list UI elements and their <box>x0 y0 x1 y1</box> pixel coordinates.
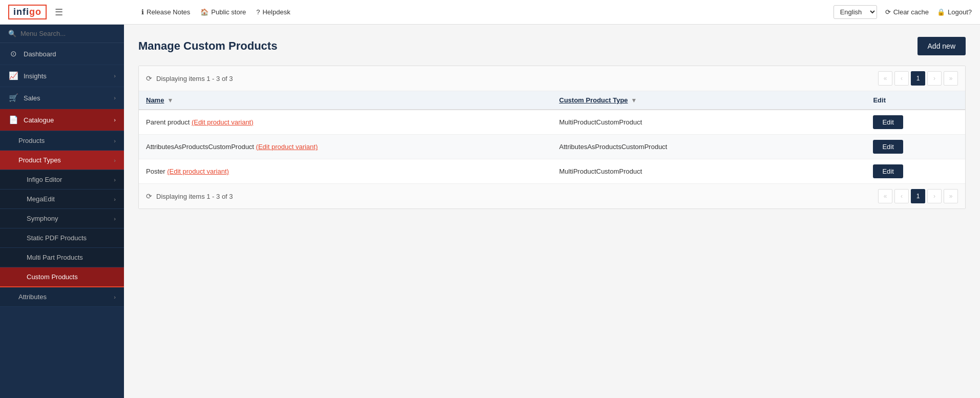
language-select[interactable]: English French German Spanish <box>833 5 877 19</box>
product-name-2: Poster <box>146 167 167 175</box>
sidebar-item-dashboard-label: Dashboard <box>24 50 56 58</box>
chevron-right-icon: › <box>114 216 116 222</box>
clear-cache-button[interactable]: ⟳ Clear cache <box>885 8 929 16</box>
sidebar-item-megaedit-label: MegaEdit <box>27 195 55 203</box>
sidebar-item-product-types[interactable]: Product Types › <box>0 151 124 170</box>
sidebar-item-symphony[interactable]: Symphony › <box>0 209 124 228</box>
sidebar-item-insights-label: Insights <box>24 72 47 80</box>
layout: 🔍 ⊙ Dashboard 📈 Insights › 🛒 Sales › <box>0 25 980 398</box>
page-last-button[interactable]: » <box>944 71 958 86</box>
chevron-right-icon: › <box>114 196 116 202</box>
sidebar-item-static-pdf[interactable]: Static PDF Products <box>0 228 124 248</box>
page-number-bottom-1[interactable]: 1 <box>911 189 925 203</box>
cell-name-1: AttributesAsProductsCustomProduct (Edit … <box>139 135 552 159</box>
table-bottom-info-bar: ⟳ Displaying items 1 - 3 of 3 « ‹ 1 › » <box>139 183 965 208</box>
product-name-0: Parent product <box>146 118 192 126</box>
chevron-right-icon: › <box>114 294 116 300</box>
page-next-button[interactable]: › <box>927 71 942 86</box>
main-content: Manage Custom Products Add new ⟳ Display… <box>124 25 980 398</box>
chevron-right-icon: › <box>114 117 116 123</box>
chevron-right-icon: › <box>114 157 116 163</box>
sidebar: 🔍 ⊙ Dashboard 📈 Insights › 🛒 Sales › <box>0 25 124 398</box>
page-title: Manage Custom Products <box>138 39 277 53</box>
edit-button-2[interactable]: Edit <box>873 164 903 178</box>
sidebar-item-multi-part-label: Multi Part Products <box>27 254 83 261</box>
cell-edit-0: Edit <box>866 110 965 135</box>
hamburger-menu[interactable]: ☰ <box>55 7 63 18</box>
logout-icon: 🔒 <box>937 8 945 16</box>
logout-button[interactable]: 🔒 Logout? <box>937 8 972 16</box>
page-next-bottom-button[interactable]: › <box>927 189 942 203</box>
sidebar-item-multi-part[interactable]: Multi Part Products <box>0 248 124 267</box>
cell-type-2: MultiProductCustomProduct <box>552 159 866 184</box>
table-top-info-bar: ⟳ Displaying items 1 - 3 of 3 « ‹ 1 › » <box>139 66 965 91</box>
name-sort-link[interactable]: Name <box>146 96 164 104</box>
sidebar-item-sales[interactable]: 🛒 Sales › <box>0 87 124 109</box>
table-row: AttributesAsProductsCustomProduct (Edit … <box>139 135 965 159</box>
refresh-bottom-icon[interactable]: ⟳ <box>146 192 152 200</box>
sidebar-item-products[interactable]: Products › <box>0 131 124 151</box>
topbar: infigo ☰ ℹ Release Notes 🏠 Public store … <box>0 0 980 25</box>
logo-area: infigo ☰ <box>8 5 131 19</box>
sidebar-item-insights[interactable]: 📈 Insights › <box>0 65 124 87</box>
edit-button-0[interactable]: Edit <box>873 115 903 129</box>
custom-product-type-sort-link[interactable]: Custom Product Type <box>559 96 628 104</box>
store-icon: 🏠 <box>200 8 208 16</box>
page-first-button[interactable]: « <box>878 71 892 86</box>
edit-variant-link-2[interactable]: (Edit product variant) <box>167 167 229 175</box>
clear-cache-label: Clear cache <box>893 8 929 16</box>
add-new-button[interactable]: Add new <box>918 37 966 55</box>
release-notes-label: Release Notes <box>147 8 190 16</box>
displaying-count-top: Displaying items 1 - 3 of 3 <box>156 75 233 82</box>
sidebar-item-products-label: Products <box>18 137 45 144</box>
page-last-bottom-button[interactable]: » <box>944 189 958 203</box>
helpdesk-link[interactable]: ? Helpdesk <box>256 8 290 16</box>
cell-type-0: MultiProductCustomProduct <box>552 110 866 135</box>
name-filter-icon[interactable]: ▼ <box>167 97 173 104</box>
sidebar-item-custom-products-label: Custom Products <box>27 273 78 281</box>
sidebar-item-custom-products[interactable]: Custom Products <box>0 267 124 287</box>
table-row: Parent product (Edit product variant) Mu… <box>139 110 965 135</box>
edit-variant-link-1[interactable]: (Edit product variant) <box>256 143 318 151</box>
sidebar-item-attributes[interactable]: Attributes › <box>0 287 124 307</box>
sidebar-search-input[interactable] <box>20 30 116 37</box>
column-header-custom-product-type: Custom Product Type ▼ <box>552 91 866 110</box>
cell-edit-1: Edit <box>866 135 965 159</box>
products-table: Name ▼ Custom Product Type ▼ Edit <box>139 91 965 183</box>
insights-icon: 📈 <box>8 71 18 80</box>
chevron-right-icon: › <box>114 138 116 144</box>
sidebar-item-infigo-editor[interactable]: Infigo Editor › <box>0 170 124 190</box>
sidebar-item-catalogue-label: Catalogue <box>24 116 54 124</box>
edit-button-1[interactable]: Edit <box>873 140 903 154</box>
top-nav: ℹ Release Notes 🏠 Public store ? Helpdes… <box>141 8 823 16</box>
column-header-name: Name ▼ <box>139 91 552 110</box>
catalogue-icon: 📄 <box>8 115 18 124</box>
page-first-bottom-button[interactable]: « <box>878 189 892 203</box>
page-prev-button[interactable]: ‹ <box>894 71 909 86</box>
page-number-1[interactable]: 1 <box>911 71 925 86</box>
dashboard-icon: ⊙ <box>8 49 18 58</box>
sidebar-item-catalogue[interactable]: 📄 Catalogue › <box>0 109 124 131</box>
type-filter-icon[interactable]: ▼ <box>631 97 637 104</box>
pagination-bottom: « ‹ 1 › » <box>878 189 958 203</box>
refresh-icon[interactable]: ⟳ <box>146 74 152 82</box>
info-icon: ℹ <box>141 8 144 16</box>
cell-name-2: Poster (Edit product variant) <box>139 159 552 184</box>
search-icon: 🔍 <box>8 30 16 37</box>
helpdesk-label: Helpdesk <box>262 8 290 16</box>
release-notes-link[interactable]: ℹ Release Notes <box>141 8 190 16</box>
product-type-1: AttributesAsProductsCustomProduct <box>559 143 668 151</box>
edit-column-label: Edit <box>873 96 886 104</box>
column-header-edit: Edit <box>866 91 965 110</box>
sidebar-item-dashboard[interactable]: ⊙ Dashboard <box>0 43 124 65</box>
products-table-section: ⟳ Displaying items 1 - 3 of 3 « ‹ 1 › » <box>138 66 966 209</box>
sidebar-item-attributes-label: Attributes <box>18 293 47 301</box>
sidebar-item-megaedit[interactable]: MegaEdit › <box>0 190 124 209</box>
page-prev-bottom-button[interactable]: ‹ <box>894 189 909 203</box>
topbar-right: English French German Spanish ⟳ Clear ca… <box>833 5 972 19</box>
sales-icon: 🛒 <box>8 93 18 102</box>
logout-label: Logout? <box>948 8 972 16</box>
public-store-link[interactable]: 🏠 Public store <box>200 8 246 16</box>
edit-variant-link-0[interactable]: (Edit product variant) <box>192 118 254 126</box>
table-row: Poster (Edit product variant) MultiProdu… <box>139 159 965 184</box>
